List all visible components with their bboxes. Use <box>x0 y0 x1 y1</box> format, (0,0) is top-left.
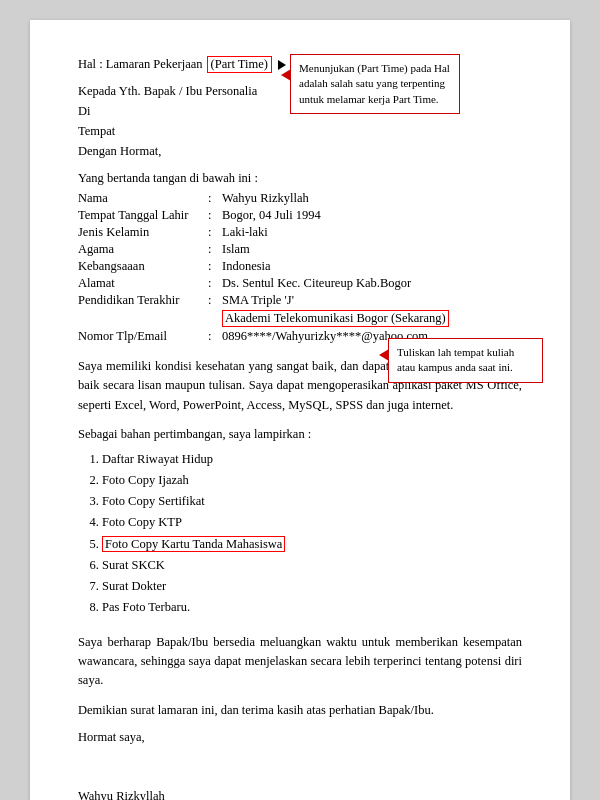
sebagai-label: Sebagai bahan pertimbangan, saya lampirk… <box>78 425 522 444</box>
field-label: Alamat <box>78 275 208 292</box>
field-value: Ds. Sentul Kec. Citeureup Kab.Bogor <box>222 275 522 292</box>
field-label: Agama <box>78 241 208 258</box>
list-item: Foto Copy Sertifikat <box>102 491 522 512</box>
list-item: Surat SKCK <box>102 555 522 576</box>
list-item: Pas Foto Terbaru. <box>102 597 522 618</box>
list-item: Foto Copy KTP <box>102 512 522 533</box>
closing-block: Hormat saya, Wahyu Rizkyllah <box>78 730 522 800</box>
list-item: Surat Dokter <box>102 576 522 597</box>
tooltip1-arrow <box>281 69 291 81</box>
body-paragraph-2: Saya berharap Bapak/Ibu bersedia meluang… <box>78 633 522 691</box>
nama-ttd: Wahyu Rizkyllah <box>78 789 522 800</box>
field-value: Laki-laki <box>222 224 522 241</box>
table-row: Kebangsaaan : Indonesia <box>78 258 522 275</box>
field-value: Indonesia <box>222 258 522 275</box>
tooltip-kampus: Tuliskan lah tempat kuliah atau kampus a… <box>388 338 543 383</box>
field-label <box>78 309 208 328</box>
field-label: Nomor Tlp/Email <box>78 328 208 345</box>
akademi-highlight: Akademi Telekomunikasi Bogor (Sekarang) <box>222 310 449 327</box>
table-row: Jenis Kelamin : Laki-laki <box>78 224 522 241</box>
attachment-list: Daftar Riwayat Hidup Foto Copy Ijazah Fo… <box>78 449 522 619</box>
kartu-mahasiswa-highlight: Foto Copy Kartu Tanda Mahasiswa <box>102 536 285 552</box>
field-label: Nama <box>78 190 208 207</box>
hal-label: Hal : Lamaran Pekerjaan <box>78 57 203 72</box>
hal-arrow-icon <box>278 60 286 70</box>
letter-page: Menunjukan (Part Time) pada Hal adalah s… <box>30 20 570 800</box>
demikian-line: Demikian surat lamaran ini, dan terima k… <box>78 701 522 720</box>
info-table: Nama : Wahyu Rizkyllah Tempat Tanggal La… <box>78 190 522 345</box>
table-row: Agama : Islam <box>78 241 522 258</box>
field-value: Wahyu Rizkyllah <box>222 190 522 207</box>
hormat-line: Dengan Hormat, <box>78 141 522 161</box>
field-value: Bogor, 04 Juli 1994 <box>222 207 522 224</box>
list-item: Daftar Riwayat Hidup <box>102 449 522 470</box>
field-label: Pendidikan Terakhir <box>78 292 208 309</box>
field-value: Islam <box>222 241 522 258</box>
yang-bertanda: Yang bertanda tangan di bawah ini : <box>78 171 522 186</box>
field-label: Kebangsaaan <box>78 258 208 275</box>
tooltip1-text: Menunjukan (Part Time) pada Hal adalah s… <box>299 62 450 105</box>
tooltip2-text: Tuliskan lah tempat kuliah atau kampus a… <box>397 346 514 373</box>
table-row: Nama : Wahyu Rizkyllah <box>78 190 522 207</box>
table-row: Tempat Tanggal Lahir : Bogor, 04 Juli 19… <box>78 207 522 224</box>
table-row: Akademi Telekomunikasi Bogor (Sekarang) <box>78 309 522 328</box>
hormat-saya: Hormat saya, <box>78 730 522 745</box>
list-item-highlight: Foto Copy Kartu Tanda Mahasiswa <box>102 534 522 555</box>
hal-highlight: (Part Time) <box>207 56 272 73</box>
list: Daftar Riwayat Hidup Foto Copy Ijazah Fo… <box>102 449 522 619</box>
tooltip2-arrow <box>379 349 389 361</box>
field-value: SMA Triple 'J' <box>222 292 522 309</box>
table-row: Pendidikan Terakhir : SMA Triple 'J' <box>78 292 522 309</box>
field-value-highlight: Akademi Telekomunikasi Bogor (Sekarang) <box>222 309 522 328</box>
field-label: Tempat Tanggal Lahir <box>78 207 208 224</box>
tempat-line: Tempat <box>78 121 522 141</box>
tooltip-parttime: Menunjukan (Part Time) pada Hal adalah s… <box>290 54 460 114</box>
list-item: Foto Copy Ijazah <box>102 470 522 491</box>
field-label: Jenis Kelamin <box>78 224 208 241</box>
table-row: Alamat : Ds. Sentul Kec. Citeureup Kab.B… <box>78 275 522 292</box>
